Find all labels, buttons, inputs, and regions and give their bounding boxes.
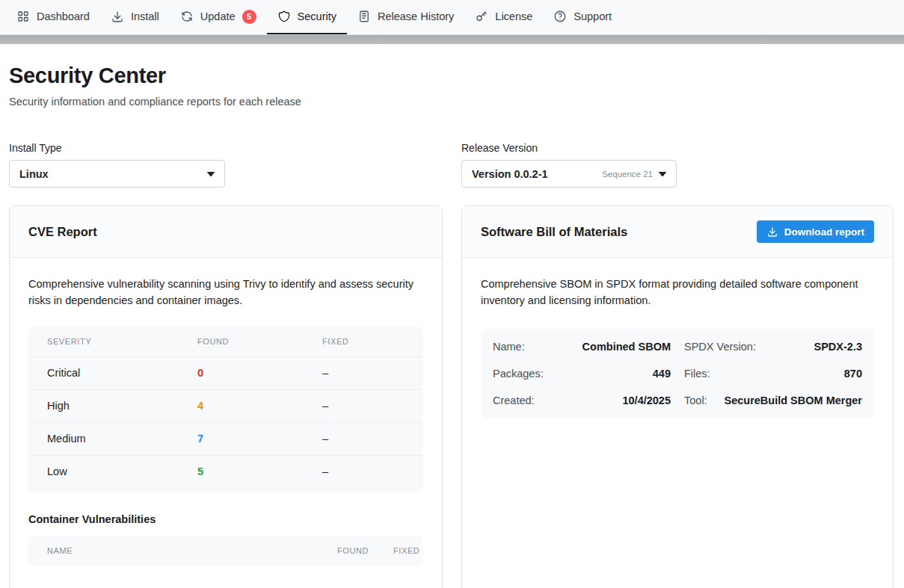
install-type-select[interactable]: Linux: [9, 160, 225, 188]
install-type-field: Install Type Linux: [9, 142, 443, 188]
found-count: 0: [197, 367, 322, 379]
page-subtitle: Security information and compliance repo…: [9, 96, 895, 108]
fixed-count: –: [322, 400, 405, 412]
nav-label: Update: [200, 10, 236, 22]
chevron-down-icon: [207, 172, 215, 176]
cve-card-header: CVE Report: [10, 206, 442, 258]
download-icon: [766, 226, 778, 238]
severity-table-header: SEVERITY FOUND FIXED: [28, 327, 423, 356]
table-row: Critical 0 –: [28, 356, 423, 389]
container-table-header: NAME FOUND FIXED: [28, 536, 423, 566]
severity-label: High: [47, 400, 197, 412]
nav-tab-support[interactable]: Support: [543, 0, 622, 34]
nav-tab-security[interactable]: Security: [267, 0, 347, 34]
release-version-value: Version 0.0.2-1: [472, 168, 548, 180]
nav-tab-license[interactable]: License: [464, 0, 543, 34]
page-title: Security Center: [9, 64, 895, 88]
table-row: Low 5 –: [28, 455, 423, 488]
table-row: Created: 10/4/2025 Tool: SecureBuild SBO…: [493, 387, 862, 414]
sbom-card: Software Bill of Materials Download repo…: [461, 205, 894, 588]
col-header-found: FOUND: [197, 337, 322, 346]
nav-tab-release-history[interactable]: Release History: [347, 0, 464, 34]
filters-row: Install Type Linux Release Version Versi…: [9, 142, 895, 188]
nav-label: Dashboard: [37, 10, 90, 22]
col-header-found: FOUND: [337, 546, 393, 555]
install-type-value: Linux: [19, 168, 49, 180]
sbom-details-table: Name: Combined SBOM SPDX Version: SPDX-2…: [481, 329, 874, 418]
nav-label: Security: [298, 10, 336, 22]
report-cards: CVE Report Comprehensive vulnerability s…: [9, 205, 895, 588]
download-report-label: Download report: [784, 226, 864, 238]
table-row: High 4 –: [28, 389, 423, 422]
chevron-down-icon: [659, 172, 666, 176]
detail-label: Created:: [493, 394, 535, 406]
nav-label: Install: [131, 10, 159, 22]
severity-label: Medium: [47, 433, 197, 445]
found-count: 5: [197, 465, 322, 477]
download-icon: [111, 10, 124, 23]
sbom-card-header: Software Bill of Materials Download repo…: [462, 206, 893, 258]
install-type-label: Install Type: [9, 142, 443, 154]
detail-label: SPDX Version:: [684, 341, 756, 353]
table-row: Name: Combined SBOM SPDX Version: SPDX-2…: [493, 333, 862, 360]
container-vulnerabilities-title: Container Vulnerabilities: [28, 513, 423, 525]
detail-value: SecureBuild SBOM Merger: [724, 394, 862, 406]
table-row: Packages: 449 Files: 870: [493, 360, 862, 387]
download-report-button[interactable]: Download report: [757, 220, 874, 243]
content-divider-strip: [0, 35, 904, 44]
table-row: Medium 7 –: [28, 422, 423, 455]
fixed-count: –: [322, 433, 405, 445]
col-header-severity: SEVERITY: [47, 337, 197, 346]
sbom-description: Comprehensive SBOM in SPDX format provid…: [481, 276, 874, 309]
release-version-label: Release Version: [461, 142, 894, 154]
col-header-fixed: FIXED: [322, 337, 405, 346]
release-version-select[interactable]: Version 0.0.2-1 Sequence 21: [461, 160, 677, 188]
update-count-badge: 5: [242, 10, 256, 24]
cve-report-card: CVE Report Comprehensive vulnerability s…: [9, 205, 443, 588]
help-icon: [553, 10, 567, 23]
found-count: 7: [197, 433, 322, 445]
detail-value: Combined SBOM: [582, 341, 671, 353]
refresh-icon: [180, 10, 194, 23]
cve-description: Comprehensive vulnerability scanning usi…: [28, 276, 423, 309]
sbom-card-title: Software Bill of Materials: [481, 225, 627, 239]
detail-label: Files:: [684, 368, 710, 380]
col-header-name: NAME: [47, 546, 337, 555]
shield-icon: [277, 10, 291, 23]
nav-tab-update[interactable]: Update 5: [170, 0, 267, 34]
release-sequence-hint: Sequence 21: [602, 170, 653, 179]
nav-label: License: [495, 10, 532, 22]
found-count: 4: [197, 400, 322, 412]
detail-label: Tool:: [684, 394, 707, 406]
detail-value: SPDX-2.3: [814, 341, 862, 353]
main-content: Security Center Security information and…: [0, 64, 904, 588]
dashboard-grid-icon: [16, 10, 30, 23]
detail-label: Packages:: [493, 368, 544, 380]
detail-value: 449: [653, 368, 671, 380]
detail-value: 10/4/2025: [622, 394, 671, 406]
nav-tab-install[interactable]: Install: [100, 0, 170, 34]
detail-label: Name:: [493, 341, 525, 353]
fixed-count: –: [322, 367, 405, 379]
severity-table: SEVERITY FOUND FIXED Critical 0 – High 4…: [28, 327, 423, 492]
key-icon: [475, 10, 488, 23]
fixed-count: –: [322, 465, 405, 477]
col-header-fixed: FIXED: [393, 546, 419, 555]
cve-card-title: CVE Report: [28, 225, 97, 239]
nav-tab-dashboard[interactable]: Dashboard: [6, 0, 100, 34]
release-version-field: Release Version Version 0.0.2-1 Sequence…: [461, 142, 894, 188]
severity-label: Critical: [47, 367, 197, 379]
severity-label: Low: [47, 465, 197, 477]
nav-label: Release History: [378, 10, 454, 22]
nav-label: Support: [574, 10, 612, 22]
top-nav: Dashboard Install Update 5 Security: [0, 0, 904, 35]
detail-value: 870: [844, 368, 862, 380]
document-icon: [357, 10, 371, 23]
